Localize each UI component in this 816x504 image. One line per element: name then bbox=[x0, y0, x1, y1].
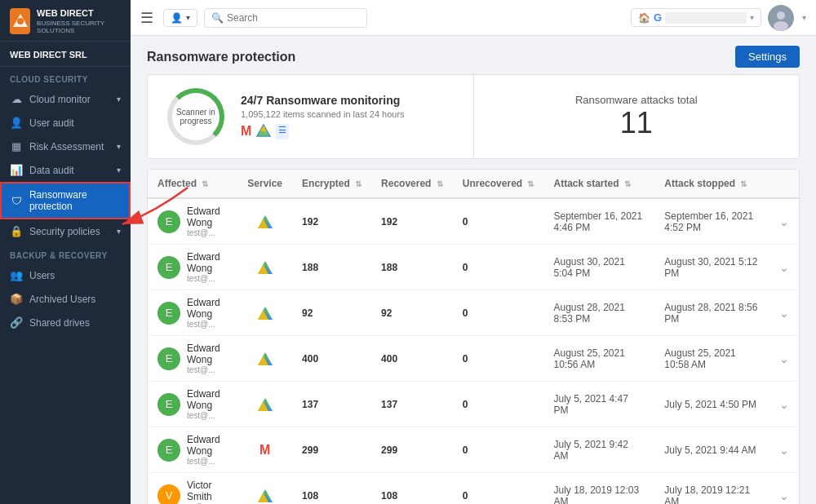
home-icon: 🏠 bbox=[638, 12, 650, 24]
cell-encrypted: 137 bbox=[292, 382, 371, 427]
cell-encrypted: 400 bbox=[292, 336, 371, 382]
user-avatar: E bbox=[157, 256, 180, 279]
cell-affected: E Edward Wong test@... bbox=[148, 290, 237, 336]
sidebar-item-label: Ransomware protection bbox=[29, 189, 119, 212]
cell-affected: E Edward Wong test@... bbox=[148, 198, 237, 245]
expand-icon[interactable]: ⌄ bbox=[779, 398, 789, 411]
expand-icon[interactable]: ⌄ bbox=[779, 261, 789, 274]
sort-icon[interactable]: ⇅ bbox=[740, 179, 747, 188]
sort-icon[interactable]: ⇅ bbox=[624, 179, 631, 188]
expand-icon[interactable]: ⌄ bbox=[779, 352, 789, 365]
avatar-chevron: ▾ bbox=[802, 13, 806, 22]
cell-attack-started: July 5, 2021 4:47 PM bbox=[543, 382, 654, 427]
cell-expand[interactable]: ⌄ bbox=[769, 382, 799, 427]
cell-encrypted: 108 bbox=[292, 473, 371, 505]
user-name: Edward Wong bbox=[187, 434, 228, 457]
cell-expand[interactable]: ⌄ bbox=[769, 245, 799, 290]
svg-point-5 bbox=[774, 21, 788, 31]
logo-subtitle: BUSINESS SECURITY SOLUTIONS bbox=[37, 20, 121, 34]
user-avatar: V bbox=[157, 484, 180, 505]
user-selector-chevron: ▾ bbox=[186, 13, 190, 22]
cell-service bbox=[237, 382, 292, 427]
cell-expand[interactable]: ⌄ bbox=[769, 198, 799, 245]
search-box[interactable]: 🔍 bbox=[204, 8, 367, 28]
cell-attack-stopped: July 18, 2019 12:21 AM bbox=[654, 473, 769, 505]
cell-affected: V Victor Smith vs@... bbox=[148, 473, 237, 505]
scanner-text: Scanner inprogress bbox=[176, 108, 215, 126]
sidebar-item-cloud-monitor[interactable]: ☁ Cloud monitor ▾ bbox=[0, 87, 131, 111]
section-backup-recovery: BACKUP & RECOVERY bbox=[0, 243, 131, 263]
google-bar-chevron: ▾ bbox=[750, 13, 754, 22]
service-icon-cell bbox=[247, 260, 282, 275]
cell-unrecovered: 0 bbox=[453, 427, 544, 473]
service-icons: M ☰ bbox=[241, 124, 405, 139]
cell-expand[interactable]: ⌄ bbox=[769, 473, 799, 505]
sidebar-item-label: Risk Assessment bbox=[29, 141, 104, 153]
security-policies-icon: 🔒 bbox=[10, 225, 23, 237]
user-avatar: E bbox=[157, 439, 180, 462]
sidebar-item-label: Shared drives bbox=[29, 317, 90, 329]
sort-icon[interactable]: ⇅ bbox=[437, 179, 443, 188]
cell-expand[interactable]: ⌄ bbox=[769, 290, 799, 336]
cell-expand[interactable]: ⌄ bbox=[769, 336, 799, 382]
hamburger-icon[interactable]: ☰ bbox=[140, 9, 153, 27]
user-name: Edward Wong bbox=[187, 388, 228, 411]
table-row: E Edward Wong test@... 92 92 0 August 28… bbox=[148, 290, 799, 336]
service-icon-cell bbox=[247, 351, 282, 366]
col-recovered: Recovered ⇅ bbox=[371, 170, 453, 198]
sidebar-item-user-audit[interactable]: 👤 User audit bbox=[0, 111, 131, 135]
cell-service bbox=[237, 198, 292, 245]
logo-icon bbox=[10, 8, 30, 34]
sidebar-item-data-audit[interactable]: 📊 Data audit ▾ bbox=[0, 158, 131, 182]
main-area: ☰ 👤 ▾ 🔍 🏠 G ▾ ▾ Ransomware prot bbox=[131, 0, 816, 504]
cell-expand[interactable]: ⌄ bbox=[769, 427, 799, 473]
col-attack-stopped: Attack stopped ⇅ bbox=[654, 170, 769, 198]
cell-service bbox=[237, 245, 292, 290]
cell-service bbox=[237, 290, 292, 336]
archived-users-icon: 📦 bbox=[10, 293, 23, 305]
google-search-input[interactable] bbox=[665, 12, 747, 24]
cell-attack-started: August 30, 2021 5:04 PM bbox=[543, 245, 654, 290]
search-icon: 🔍 bbox=[211, 12, 224, 24]
cell-unrecovered: 0 bbox=[453, 473, 544, 505]
cell-unrecovered: 0 bbox=[453, 290, 544, 336]
sidebar-item-archived-users[interactable]: 📦 Archived Users bbox=[0, 287, 131, 311]
settings-button[interactable]: Settings bbox=[735, 46, 800, 68]
expand-icon[interactable]: ⌄ bbox=[779, 489, 789, 502]
cell-attack-started: July 18, 2019 12:03 AM bbox=[543, 473, 654, 505]
col-attack-started: Attack started ⇅ bbox=[543, 170, 654, 198]
sort-icon[interactable]: ⇅ bbox=[527, 179, 534, 188]
section-cloud-security: CLOUD SECURITY bbox=[0, 67, 131, 87]
search-input[interactable] bbox=[227, 12, 341, 24]
table-row: E Edward Wong test@... 400 400 0 August … bbox=[148, 336, 799, 382]
risk-assessment-icon: ▦ bbox=[10, 140, 23, 153]
sort-icon[interactable]: ⇅ bbox=[355, 179, 361, 188]
sort-icon[interactable]: ⇅ bbox=[202, 179, 208, 188]
expand-icon[interactable]: ⌄ bbox=[779, 215, 789, 228]
expand-icon[interactable]: ⌄ bbox=[779, 444, 789, 457]
cell-attack-stopped: September 16, 2021 4:52 PM bbox=[654, 198, 769, 245]
sidebar-item-label: Data audit bbox=[29, 165, 74, 176]
user-selector[interactable]: 👤 ▾ bbox=[163, 9, 197, 27]
sidebar-item-label: User audit bbox=[29, 117, 74, 129]
sidebar-item-shared-drives[interactable]: 🔗 Shared drives bbox=[0, 311, 131, 334]
sidebar-item-security-policies[interactable]: 🔒 Security policies ▾ bbox=[0, 219, 131, 243]
user-email: test@... bbox=[187, 228, 228, 237]
summary-attacks: Ransomware attacks total 11 bbox=[474, 75, 800, 158]
expand-icon[interactable]: ⌄ bbox=[779, 307, 789, 320]
google-search-bar[interactable]: 🏠 G ▾ bbox=[631, 8, 761, 27]
table-row: E Edward Wong test@... 188 188 0 August … bbox=[148, 245, 799, 290]
service-icon-cell: M bbox=[247, 443, 282, 458]
sidebar-item-users[interactable]: 👥 Users bbox=[0, 263, 131, 287]
sidebar-item-ransomware-protection[interactable]: 🛡 Ransomware protection bbox=[0, 182, 131, 219]
cell-unrecovered: 0 bbox=[453, 245, 544, 290]
logo-text-area: WEB DIRECT BUSINESS SECURITY SOLUTIONS bbox=[37, 8, 121, 33]
sidebar-item-risk-assessment[interactable]: ▦ Risk Assessment ▾ bbox=[0, 135, 131, 158]
cell-attack-started: July 5, 2021 9:42 AM bbox=[543, 427, 654, 473]
ransomware-table: Affected ⇅ Service Encrypted ⇅ Recovered… bbox=[148, 170, 799, 504]
avatar[interactable] bbox=[768, 5, 794, 31]
sidebar-item-label: Cloud monitor bbox=[29, 94, 91, 105]
service-icon-cell bbox=[247, 214, 282, 229]
table-row: V Victor Smith vs@... 108 108 0 July 18,… bbox=[148, 473, 799, 505]
cell-affected: E Edward Wong test@... bbox=[148, 427, 237, 473]
